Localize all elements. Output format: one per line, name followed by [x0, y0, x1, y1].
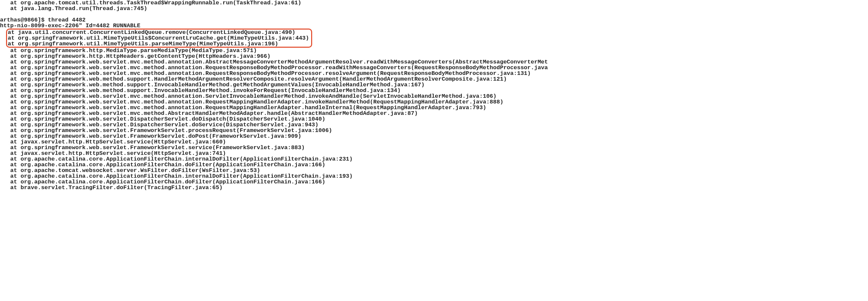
- stack-frames-container: at org.springframework.http.MediaType.pa…: [0, 48, 868, 190]
- stack-frame: at org.springframework.web.servlet.mvc.m…: [0, 99, 868, 105]
- stack-frame-highlighted: at java.util.concurrent.ConcurrentLinked…: [8, 30, 309, 35]
- stack-frame: at org.springframework.web.servlet.Frame…: [0, 128, 868, 133]
- stack-frame: at org.springframework.web.servlet.Frame…: [0, 145, 868, 150]
- stack-frame: at org.springframework.web.servlet.mvc.m…: [0, 111, 868, 116]
- stack-frame: at org.springframework.web.servlet.Dispa…: [0, 122, 868, 128]
- stack-frame: at org.apache.tomcat.websocket.server.Ws…: [0, 168, 868, 173]
- stack-frame: at javax.servlet.http.HttpServlet.servic…: [0, 150, 868, 156]
- stack-frame: at brave.servlet.TracingFilter.doFilter(…: [0, 185, 868, 190]
- terminal-output: at org.apache.tomcat.util.threads.TaskTh…: [0, 0, 868, 190]
- stack-frame: at org.springframework.web.method.suppor…: [0, 88, 868, 93]
- stack-frame-highlighted: at org.springframework.util.MimeTypeUtil…: [8, 35, 309, 41]
- stack-frame: at org.springframework.web.servlet.mvc.m…: [0, 93, 868, 99]
- stack-frame: at org.apache.catalina.core.ApplicationF…: [0, 156, 868, 162]
- stack-frame: at org.springframework.http.HttpHeaders.…: [0, 53, 868, 59]
- stack-frame: at org.springframework.web.servlet.mvc.m…: [0, 70, 868, 76]
- stack-frame: at org.springframework.web.servlet.mvc.m…: [0, 105, 868, 111]
- stack-frame: at org.springframework.web.method.suppor…: [0, 76, 868, 82]
- stack-frame: at org.springframework.web.servlet.mvc.m…: [0, 65, 868, 70]
- thread-title-line: http-nio-8099-exec-2206" Id=4482 RUNNABL…: [0, 23, 868, 29]
- stack-frame: at org.apache.catalina.core.ApplicationF…: [0, 162, 868, 168]
- stack-frame: at org.springframework.web.servlet.mvc.m…: [0, 59, 868, 65]
- stack-frame: at javax.servlet.http.HttpServlet.servic…: [0, 139, 868, 145]
- stack-frame: at org.apache.catalina.core.ApplicationF…: [0, 173, 868, 179]
- stack-frame: at org.apache.catalina.core.ApplicationF…: [0, 179, 868, 185]
- shell-prompt-line[interactable]: arthas@9866]$ thread 4482: [0, 17, 868, 23]
- highlighted-stack-block: at java.util.concurrent.ConcurrentLinked…: [6, 29, 312, 48]
- stack-frame-highlighted: at org.springframework.util.MimeTypeUtil…: [8, 41, 309, 47]
- stack-frame: at org.springframework.http.MediaType.pa…: [0, 48, 868, 53]
- stack-frame: at org.apache.tomcat.util.threads.TaskTh…: [0, 0, 868, 6]
- stack-frame: at java.lang.Thread.run(Thread.java:745): [0, 6, 868, 11]
- stack-frame: at org.springframework.web.servlet.Frame…: [0, 133, 868, 139]
- stack-frame: at org.springframework.web.servlet.Dispa…: [0, 116, 868, 122]
- stack-frame: at org.springframework.web.method.suppor…: [0, 82, 868, 88]
- blank-line: [0, 11, 868, 17]
